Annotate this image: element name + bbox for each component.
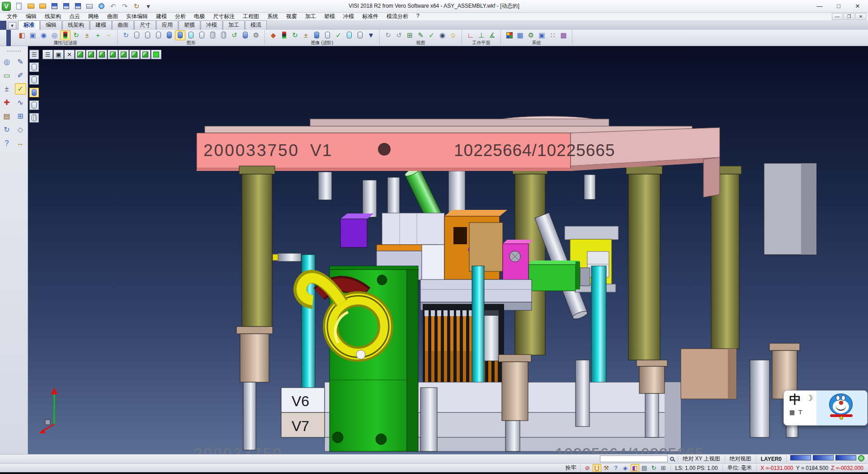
view-front-icon[interactable] bbox=[97, 50, 107, 59]
view-orientation-label[interactable]: 绝对 XY 上视图 bbox=[678, 455, 724, 463]
menu-machining[interactable]: 加工 bbox=[301, 13, 320, 20]
white-cylinder-icon[interactable] bbox=[322, 30, 333, 40]
refresh-scene-icon[interactable]: ↻ bbox=[1, 124, 13, 135]
menu-edit[interactable]: 编辑 bbox=[22, 13, 41, 20]
magnet-snap-icon[interactable]: ⋃ bbox=[593, 464, 601, 472]
layer-manager-icon[interactable]: ▤ bbox=[640, 464, 649, 472]
multi-viewport-icon[interactable]: ⊞ bbox=[659, 464, 668, 472]
workplane-align-icon[interactable]: ⊥ bbox=[476, 30, 486, 40]
model-scene[interactable]: 200033750 V1 10225664/10225665 bbox=[28, 46, 868, 454]
no-snap-icon[interactable]: ⊘ bbox=[583, 464, 592, 472]
strip-menu-icon[interactable]: ☰ bbox=[29, 50, 39, 59]
print-preview-icon[interactable] bbox=[96, 1, 107, 11]
eyeball-icon[interactable]: ◉ bbox=[437, 30, 448, 40]
toggle-entities-icon[interactable]: ± bbox=[301, 30, 311, 40]
qat-dropdown-icon[interactable]: ▾ bbox=[143, 1, 154, 11]
menu-drafting[interactable]: 工程图 bbox=[239, 13, 263, 20]
menu-modeling[interactable]: 建模 bbox=[152, 13, 171, 20]
redo-icon[interactable]: ↷ bbox=[119, 1, 130, 11]
wireframe-cylinder-icon[interactable] bbox=[132, 30, 142, 40]
tab-progress[interactable]: 冲模 bbox=[201, 20, 222, 30]
refresh-visibility-icon[interactable]: ↻ bbox=[71, 30, 81, 40]
view-left-icon[interactable] bbox=[118, 50, 129, 59]
system-settings-icon[interactable]: ⚙ bbox=[526, 30, 536, 40]
attributes-palette-icon[interactable]: ▤ bbox=[1, 110, 13, 122]
menu-progress[interactable]: 冲模 bbox=[339, 13, 358, 20]
view-top-icon[interactable] bbox=[140, 50, 151, 59]
menu-dimension[interactable]: 尺寸标注 bbox=[209, 13, 239, 20]
color-swatch-3[interactable] bbox=[835, 455, 856, 463]
layer-cylinder-1-icon[interactable] bbox=[29, 62, 39, 72]
color-table-icon[interactable]: ▦ bbox=[515, 30, 525, 40]
search-input[interactable] bbox=[600, 455, 668, 462]
confirm-view-icon[interactable]: ✓ bbox=[426, 30, 437, 40]
measure-distance-icon[interactable]: ↔ bbox=[15, 137, 26, 149]
vp-menu-icon[interactable]: ☰ bbox=[42, 50, 53, 59]
auto-rotate-icon[interactable]: ↻ bbox=[650, 464, 658, 472]
keyboard-icon[interactable]: ▦ bbox=[789, 409, 795, 416]
dynamic-view-icon[interactable]: ◆ bbox=[268, 30, 278, 40]
world-globe-icon[interactable] bbox=[858, 455, 864, 463]
filter-document-icon[interactable]: ▣ bbox=[28, 30, 38, 40]
show-add-icon[interactable]: ◉ bbox=[38, 30, 49, 40]
menu-solid-edit[interactable]: 实体编辑 bbox=[122, 13, 152, 20]
view-right-icon[interactable] bbox=[129, 50, 140, 59]
sprue-fitting[interactable] bbox=[273, 253, 301, 261]
box-select-icon[interactable]: ▭ bbox=[1, 70, 13, 81]
menu-electrode[interactable]: 电极 bbox=[190, 13, 209, 20]
view-plane-icon[interactable]: ⊞ bbox=[405, 30, 415, 40]
multi-body-icon[interactable] bbox=[218, 30, 229, 40]
rear-gray-housing[interactable] bbox=[764, 163, 816, 255]
view-back-icon[interactable] bbox=[108, 50, 118, 59]
grid-window-icon[interactable]: ⊞ bbox=[15, 110, 26, 122]
new-document-icon[interactable] bbox=[14, 1, 24, 11]
minimize-button[interactable]: — bbox=[810, 1, 829, 12]
pan-view-icon[interactable]: ↺ bbox=[394, 30, 404, 40]
visibility-toggle-icon[interactable]: ± bbox=[82, 30, 92, 40]
open-file-icon[interactable] bbox=[25, 1, 36, 11]
ucs-cube-icon[interactable]: ◧ bbox=[631, 464, 639, 472]
shaded-cylinder-icon[interactable] bbox=[164, 30, 175, 40]
menu-pointcloud[interactable]: 点云 bbox=[65, 13, 84, 20]
moon-icon[interactable]: ☽ bbox=[806, 394, 812, 403]
view-iso-se-icon[interactable] bbox=[75, 50, 85, 59]
hidden-line-cylinder-icon[interactable] bbox=[142, 30, 153, 40]
cone-display-icon[interactable]: ▼ bbox=[366, 30, 376, 40]
workplane-swap-icon[interactable]: ∡ bbox=[487, 30, 497, 40]
undo-icon[interactable]: ↶ bbox=[108, 1, 118, 11]
color-palette-icon[interactable] bbox=[504, 30, 514, 40]
display-settings-icon[interactable]: ⚙ bbox=[251, 30, 261, 40]
pen-cylinder-icon[interactable] bbox=[311, 30, 322, 40]
save-icon[interactable] bbox=[49, 1, 60, 11]
menu-mould[interactable]: 塑模 bbox=[320, 13, 339, 20]
file-history-icon[interactable]: ↻ bbox=[131, 1, 142, 11]
color-swatch-2[interactable] bbox=[813, 455, 834, 463]
vp-panels-icon[interactable]: ▣ bbox=[53, 50, 64, 59]
ime-popup[interactable]: 中 ☽ ▦ T bbox=[783, 390, 868, 426]
show-remove-icon[interactable]: ◎ bbox=[49, 30, 60, 40]
active-layer-label[interactable]: LAYER0 bbox=[756, 455, 786, 463]
menu-surface[interactable]: 曲面 bbox=[103, 13, 122, 20]
regen-shaded-icon[interactable]: ↻ bbox=[290, 30, 300, 40]
view-mode-label[interactable]: 绝对视图 bbox=[725, 455, 756, 463]
tab-edit[interactable]: 编辑 bbox=[40, 20, 62, 30]
recycle-body-icon[interactable]: ↺ bbox=[229, 30, 240, 40]
ghost-cylinder-icon[interactable] bbox=[197, 30, 207, 40]
layer-cylinder-2-icon[interactable] bbox=[29, 75, 39, 85]
save-all-icon[interactable] bbox=[72, 1, 83, 11]
tab-surface[interactable]: 曲面 bbox=[112, 20, 134, 30]
visi-logo-icon[interactable]: V bbox=[2, 2, 11, 11]
cyan-cylinder-icon[interactable] bbox=[344, 30, 354, 40]
menu-mesh[interactable]: 网格 bbox=[84, 13, 103, 20]
menu-help[interactable]: ? bbox=[412, 13, 424, 20]
rotate-view-icon[interactable]: ↻ bbox=[383, 30, 393, 40]
mdi-restore-button[interactable]: ❐ bbox=[844, 13, 854, 20]
shaded-edges-cylinder-icon[interactable] bbox=[175, 30, 185, 40]
layer-cylinder-4-icon[interactable] bbox=[29, 100, 39, 110]
freehand-curve-icon[interactable]: ✐ bbox=[15, 70, 26, 81]
menu-standard-parts[interactable]: 标准件 bbox=[358, 13, 382, 20]
tab-modeling[interactable]: 建模 bbox=[90, 20, 112, 30]
verify-check-icon[interactable]: ✓ bbox=[333, 30, 344, 40]
mdi-minimize-button[interactable]: — bbox=[832, 13, 843, 20]
view-iso-sw-icon[interactable] bbox=[86, 50, 96, 59]
